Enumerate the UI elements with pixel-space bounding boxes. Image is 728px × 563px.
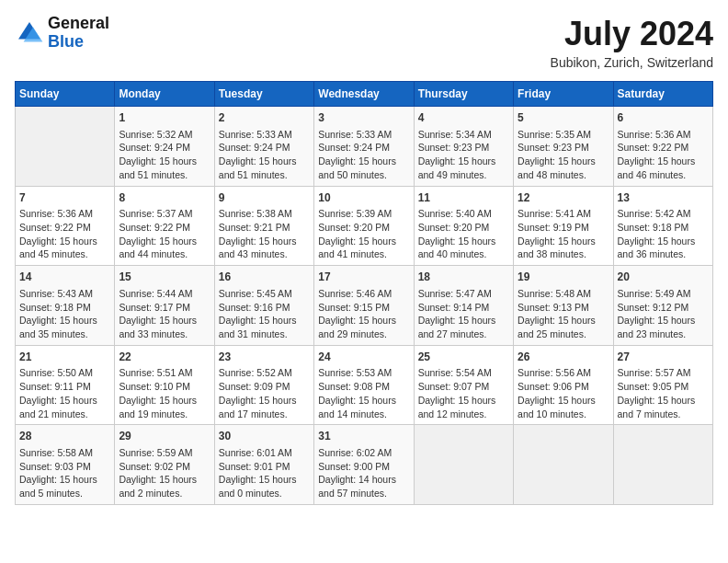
day-info: Sunrise: 5:51 AM Sunset: 9:10 PM Dayligh… <box>119 366 210 420</box>
calendar-week-row: 1Sunrise: 5:32 AM Sunset: 9:24 PM Daylig… <box>16 107 713 187</box>
day-info: Sunrise: 5:43 AM Sunset: 9:18 PM Dayligh… <box>19 287 110 341</box>
day-info: Sunrise: 5:36 AM Sunset: 9:22 PM Dayligh… <box>19 207 110 261</box>
calendar-cell: 11Sunrise: 5:40 AM Sunset: 9:20 PM Dayli… <box>414 186 513 266</box>
day-number: 15 <box>119 270 210 285</box>
day-number: 17 <box>318 270 409 285</box>
calendar-cell: 16Sunrise: 5:45 AM Sunset: 9:16 PM Dayli… <box>214 266 313 346</box>
calendar-cell: 3Sunrise: 5:33 AM Sunset: 9:24 PM Daylig… <box>314 107 414 187</box>
calendar-cell: 30Sunrise: 6:01 AM Sunset: 9:01 PM Dayli… <box>214 425 313 505</box>
calendar-cell: 27Sunrise: 5:57 AM Sunset: 9:05 PM Dayli… <box>613 345 712 425</box>
day-number: 24 <box>318 350 409 365</box>
day-info: Sunrise: 5:42 AM Sunset: 9:18 PM Dayligh… <box>618 207 709 261</box>
calendar-cell: 12Sunrise: 5:41 AM Sunset: 9:19 PM Dayli… <box>514 186 613 266</box>
logo-blue: Blue <box>48 33 109 52</box>
day-number: 7 <box>19 190 110 206</box>
calendar-cell: 24Sunrise: 5:53 AM Sunset: 9:08 PM Dayli… <box>314 345 414 425</box>
day-number: 26 <box>518 350 609 365</box>
day-info: Sunrise: 5:45 AM Sunset: 9:16 PM Dayligh… <box>219 287 310 341</box>
day-number: 3 <box>318 110 409 126</box>
day-info: Sunrise: 5:46 AM Sunset: 9:15 PM Dayligh… <box>318 287 409 341</box>
day-info: Sunrise: 5:53 AM Sunset: 9:08 PM Dayligh… <box>318 366 409 420</box>
logo-icon <box>15 18 44 48</box>
day-number: 9 <box>219 190 310 206</box>
calendar-cell: 21Sunrise: 5:50 AM Sunset: 9:11 PM Dayli… <box>16 345 115 425</box>
day-number: 10 <box>318 190 409 206</box>
day-info: Sunrise: 5:39 AM Sunset: 9:20 PM Dayligh… <box>318 207 409 261</box>
day-of-week-header: Thursday <box>414 82 513 107</box>
day-number: 2 <box>219 110 310 126</box>
day-number: 18 <box>418 270 509 285</box>
day-info: Sunrise: 6:02 AM Sunset: 9:00 PM Dayligh… <box>318 446 409 500</box>
day-info: Sunrise: 5:40 AM Sunset: 9:20 PM Dayligh… <box>418 207 509 261</box>
calendar-week-row: 21Sunrise: 5:50 AM Sunset: 9:11 PM Dayli… <box>16 345 713 425</box>
day-info: Sunrise: 5:38 AM Sunset: 9:21 PM Dayligh… <box>219 207 310 261</box>
day-info: Sunrise: 5:52 AM Sunset: 9:09 PM Dayligh… <box>219 366 310 420</box>
calendar-cell: 29Sunrise: 5:59 AM Sunset: 9:02 PM Dayli… <box>115 425 214 505</box>
day-info: Sunrise: 5:36 AM Sunset: 9:22 PM Dayligh… <box>618 128 709 182</box>
location-subtitle: Bubikon, Zurich, Switzerland <box>551 55 713 70</box>
calendar-cell: 22Sunrise: 5:51 AM Sunset: 9:10 PM Dayli… <box>115 345 214 425</box>
calendar-cell: 9Sunrise: 5:38 AM Sunset: 9:21 PM Daylig… <box>214 186 313 266</box>
day-number: 27 <box>618 350 709 365</box>
calendar-cell: 2Sunrise: 5:33 AM Sunset: 9:24 PM Daylig… <box>214 107 313 187</box>
calendar-cell: 7Sunrise: 5:36 AM Sunset: 9:22 PM Daylig… <box>16 186 115 266</box>
day-info: Sunrise: 5:32 AM Sunset: 9:24 PM Dayligh… <box>119 128 210 182</box>
logo-general: General <box>48 15 109 33</box>
day-number: 22 <box>119 350 210 365</box>
calendar-cell <box>613 425 712 505</box>
day-number: 4 <box>418 110 509 126</box>
calendar-cell <box>514 425 613 505</box>
logo: General Blue <box>15 15 109 52</box>
day-number: 11 <box>418 190 509 206</box>
day-of-week-header: Tuesday <box>214 82 313 107</box>
calendar-cell <box>16 107 115 187</box>
calendar-cell: 15Sunrise: 5:44 AM Sunset: 9:17 PM Dayli… <box>115 266 214 346</box>
day-number: 5 <box>518 110 609 126</box>
calendar-cell: 4Sunrise: 5:34 AM Sunset: 9:23 PM Daylig… <box>414 107 513 187</box>
day-number: 29 <box>119 429 210 444</box>
day-number: 19 <box>518 270 609 285</box>
day-number: 1 <box>119 110 210 126</box>
calendar-cell: 14Sunrise: 5:43 AM Sunset: 9:18 PM Dayli… <box>16 266 115 346</box>
day-of-week-header: Friday <box>514 82 613 107</box>
calendar-cell: 5Sunrise: 5:35 AM Sunset: 9:23 PM Daylig… <box>514 107 613 187</box>
day-info: Sunrise: 5:50 AM Sunset: 9:11 PM Dayligh… <box>19 366 110 420</box>
calendar-week-row: 7Sunrise: 5:36 AM Sunset: 9:22 PM Daylig… <box>16 186 713 266</box>
calendar-cell: 19Sunrise: 5:48 AM Sunset: 9:13 PM Dayli… <box>514 266 613 346</box>
day-info: Sunrise: 5:57 AM Sunset: 9:05 PM Dayligh… <box>618 366 709 420</box>
day-info: Sunrise: 5:49 AM Sunset: 9:12 PM Dayligh… <box>618 287 709 341</box>
day-number: 25 <box>418 350 509 365</box>
calendar-cell: 17Sunrise: 5:46 AM Sunset: 9:15 PM Dayli… <box>314 266 414 346</box>
calendar-header-row: SundayMondayTuesdayWednesdayThursdayFrid… <box>16 82 713 107</box>
day-number: 6 <box>618 110 709 126</box>
calendar-cell: 18Sunrise: 5:47 AM Sunset: 9:14 PM Dayli… <box>414 266 513 346</box>
day-info: Sunrise: 5:33 AM Sunset: 9:24 PM Dayligh… <box>318 128 409 182</box>
day-info: Sunrise: 5:58 AM Sunset: 9:03 PM Dayligh… <box>19 446 110 500</box>
calendar-cell: 8Sunrise: 5:37 AM Sunset: 9:22 PM Daylig… <box>115 186 214 266</box>
calendar-cell: 20Sunrise: 5:49 AM Sunset: 9:12 PM Dayli… <box>613 266 712 346</box>
day-number: 21 <box>19 350 110 365</box>
day-info: Sunrise: 5:56 AM Sunset: 9:06 PM Dayligh… <box>518 366 609 420</box>
day-number: 30 <box>219 429 310 444</box>
calendar-week-row: 14Sunrise: 5:43 AM Sunset: 9:18 PM Dayli… <box>16 266 713 346</box>
calendar-cell: 1Sunrise: 5:32 AM Sunset: 9:24 PM Daylig… <box>115 107 214 187</box>
calendar-cell: 28Sunrise: 5:58 AM Sunset: 9:03 PM Dayli… <box>16 425 115 505</box>
day-number: 13 <box>618 190 709 206</box>
day-info: Sunrise: 5:33 AM Sunset: 9:24 PM Dayligh… <box>219 128 310 182</box>
day-number: 20 <box>618 270 709 285</box>
day-of-week-header: Sunday <box>16 82 115 107</box>
calendar-cell <box>414 425 513 505</box>
day-number: 8 <box>119 190 210 206</box>
day-info: Sunrise: 5:35 AM Sunset: 9:23 PM Dayligh… <box>518 128 609 182</box>
day-of-week-header: Saturday <box>613 82 712 107</box>
day-info: Sunrise: 6:01 AM Sunset: 9:01 PM Dayligh… <box>219 446 310 500</box>
calendar-week-row: 28Sunrise: 5:58 AM Sunset: 9:03 PM Dayli… <box>16 425 713 505</box>
calendar-cell: 23Sunrise: 5:52 AM Sunset: 9:09 PM Dayli… <box>214 345 313 425</box>
calendar-cell: 10Sunrise: 5:39 AM Sunset: 9:20 PM Dayli… <box>314 186 414 266</box>
day-number: 12 <box>518 190 609 206</box>
day-info: Sunrise: 5:34 AM Sunset: 9:23 PM Dayligh… <box>418 128 509 182</box>
day-info: Sunrise: 5:41 AM Sunset: 9:19 PM Dayligh… <box>518 207 609 261</box>
calendar-cell: 13Sunrise: 5:42 AM Sunset: 9:18 PM Dayli… <box>613 186 712 266</box>
calendar-cell: 25Sunrise: 5:54 AM Sunset: 9:07 PM Dayli… <box>414 345 513 425</box>
day-info: Sunrise: 5:59 AM Sunset: 9:02 PM Dayligh… <box>119 446 210 500</box>
